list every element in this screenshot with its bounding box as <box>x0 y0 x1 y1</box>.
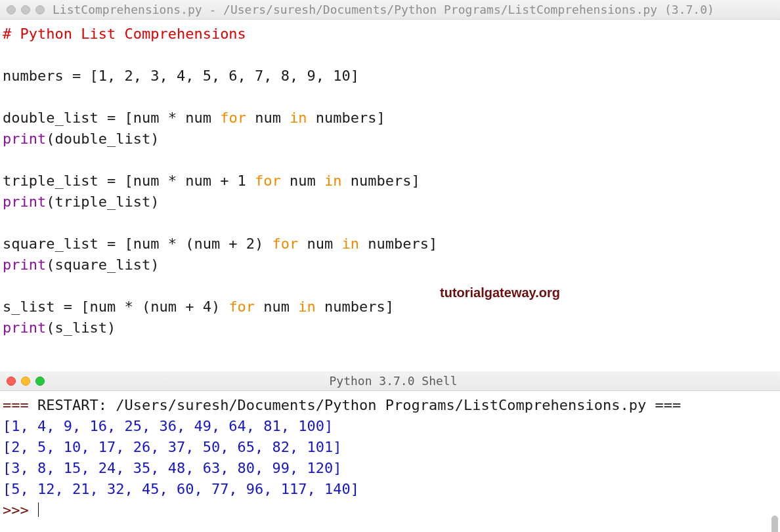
code-s-a: s_list = [num * (num + 4) <box>3 298 228 315</box>
paren: ( <box>46 319 54 336</box>
code-text: num <box>255 298 298 315</box>
watermark-text: tutorialgateway.org <box>440 282 560 303</box>
print-arg: double_list <box>54 131 150 147</box>
traffic-lights-shell <box>7 377 45 386</box>
code-text: numbers] <box>316 298 394 315</box>
code-text: num <box>246 110 290 126</box>
code-triple-a: triple_list = [num * num + 1 <box>3 173 255 189</box>
editor-titlebar: ListComprehensions.py - /Users/suresh/Do… <box>0 0 780 20</box>
shell-output-4: [5, 12, 21, 32, 45, 60, 77, 96, 117, 140… <box>3 481 359 497</box>
traffic-lights-editor <box>7 5 45 14</box>
shell-output-1: [1, 4, 9, 16, 25, 36, 49, 64, 81, 100] <box>3 418 333 434</box>
shell-prompt: >>> <box>3 502 37 518</box>
builtin-print: print <box>3 256 46 273</box>
paren: ) <box>150 194 159 210</box>
code-text: num <box>281 173 324 189</box>
code-text: num <box>298 235 341 252</box>
editor-pane[interactable]: # Python List Comprehensions numbers = [… <box>0 20 780 371</box>
scrollbar-thumb[interactable] <box>771 516 778 532</box>
print-arg: s_list <box>54 319 106 336</box>
print-arg: triple_list <box>54 194 150 210</box>
shell-output-2: [2, 5, 10, 17, 26, 37, 50, 65, 82, 101] <box>3 439 342 455</box>
restart-prefix: === <box>3 397 37 413</box>
keyword-in: in <box>290 110 307 126</box>
minimize-icon[interactable] <box>21 5 30 14</box>
keyword-for: for <box>255 173 281 189</box>
paren: ) <box>150 131 159 147</box>
keyword-in: in <box>342 235 360 252</box>
keyword-for: for <box>272 235 299 252</box>
shell-window-title: Python 3.7.0 Shell <box>53 374 734 388</box>
editor-window-title: ListComprehensions.py - /Users/suresh/Do… <box>53 3 773 16</box>
zoom-icon[interactable] <box>35 377 45 386</box>
builtin-print: print <box>3 131 46 147</box>
close-icon[interactable] <box>7 377 16 386</box>
cursor-icon <box>38 502 39 517</box>
shell-pane[interactable]: === RESTART: /Users/suresh/Documents/Pyt… <box>0 391 780 532</box>
code-square-a: square_list = [num * (num + 2) <box>3 235 272 252</box>
keyword-for: for <box>220 110 246 126</box>
shell-output-3: [3, 8, 15, 24, 35, 48, 63, 80, 99, 120] <box>3 460 342 476</box>
keyword-in: in <box>324 173 342 189</box>
paren: ( <box>46 194 54 210</box>
paren: ( <box>46 256 54 273</box>
shell-titlebar: Python 3.7.0 Shell <box>0 371 780 391</box>
keyword-for: for <box>228 298 255 315</box>
code-text: numbers] <box>342 173 420 189</box>
builtin-print: print <box>3 194 46 210</box>
builtin-print: print <box>3 319 46 336</box>
keyword-in: in <box>298 298 316 315</box>
code-text: numbers] <box>359 235 437 252</box>
code-comment: # Python List Comprehensions <box>3 26 246 42</box>
print-arg: square_list <box>54 256 150 273</box>
paren: ( <box>46 131 54 147</box>
code-text: numbers] <box>307 110 385 126</box>
close-icon[interactable] <box>7 5 16 14</box>
minimize-icon[interactable] <box>21 377 30 386</box>
paren: ) <box>107 319 116 336</box>
code-line-numbers: numbers = [1, 2, 3, 4, 5, 6, 7, 8, 9, 10… <box>3 68 359 84</box>
restart-line: RESTART: /Users/suresh/Documents/Python … <box>37 397 681 413</box>
paren: ) <box>150 256 159 273</box>
zoom-icon[interactable] <box>35 5 45 14</box>
code-double-a: double_list = [num * num <box>3 110 220 126</box>
